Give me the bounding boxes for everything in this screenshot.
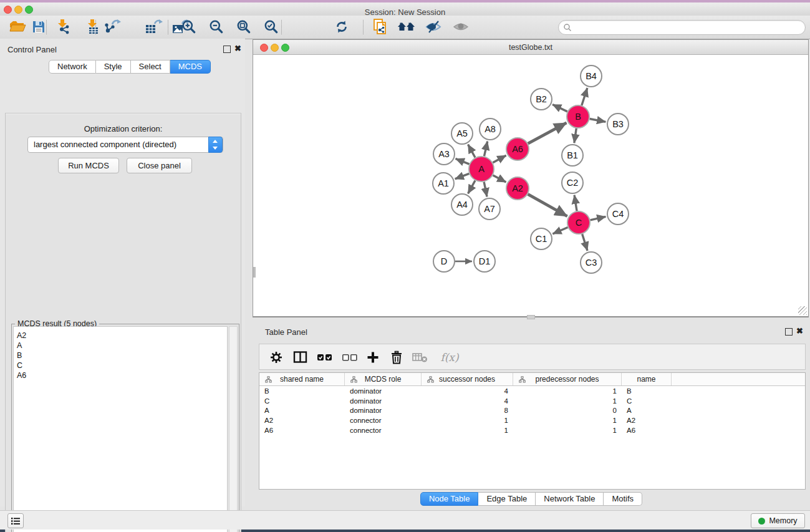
zoom-out-button[interactable] [206, 17, 227, 36]
table-cell[interactable]: A6 [259, 426, 345, 436]
memory-button[interactable]: Memory [751, 513, 805, 528]
tab-network[interactable]: Network [49, 60, 96, 74]
column-header-shared-name[interactable]: shared name [259, 373, 345, 385]
table-cell[interactable]: C [622, 397, 672, 407]
graph-node-B4[interactable]: B4 [581, 65, 602, 87]
graph-edge-A-A7[interactable] [484, 182, 487, 197]
graph-edge-C-C1[interactable] [552, 228, 567, 234]
window-resize-grip[interactable] [798, 306, 807, 315]
select-all-button[interactable] [316, 348, 334, 367]
table-cell[interactable]: 1 [422, 426, 513, 436]
horizontal-scroll-thumb[interactable] [527, 315, 535, 319]
network-canvas[interactable]: B4B2BB3A8A5A6A3B1AA1C2A2A4A7C4CC1C3DD1 [256, 56, 807, 316]
graph-node-A8[interactable]: A8 [480, 118, 501, 140]
float-panel-icon[interactable] [223, 46, 231, 53]
table-cell[interactable]: dominator [345, 406, 422, 416]
mcds-result-item[interactable]: A6 [17, 370, 227, 380]
table-cell[interactable]: A [622, 406, 672, 416]
table-cell[interactable]: 1 [513, 397, 622, 407]
graph-node-C3[interactable]: C3 [581, 252, 602, 273]
search-input[interactable] [575, 22, 802, 33]
zoom-fit-button[interactable] [233, 17, 254, 36]
graph-edge-C-C2[interactable] [574, 195, 577, 211]
graph-node-A5[interactable]: A5 [451, 123, 473, 144]
table-cell[interactable]: C [259, 397, 345, 407]
column-header-successor-nodes[interactable]: successor nodes [422, 373, 513, 385]
table-cell[interactable]: 1 [513, 426, 622, 436]
vertical-scroll-thumb[interactable] [253, 267, 256, 278]
table-cell[interactable]: 1 [513, 387, 622, 397]
mcds-result-item[interactable]: A [17, 341, 227, 351]
graph-node-C4[interactable]: C4 [607, 203, 629, 225]
graph-edge-A-A2[interactable] [493, 175, 506, 182]
export-network-button[interactable] [102, 17, 123, 36]
close-panel-icon[interactable]: ✖ [234, 46, 241, 52]
graph-node-B1[interactable]: B1 [562, 145, 583, 166]
graph-node-A1[interactable]: A1 [433, 173, 454, 194]
column-header-name[interactable]: name [622, 373, 672, 385]
graph-node-A[interactable]: A [469, 157, 494, 181]
table-cell[interactable]: 0 [513, 406, 622, 416]
graph-node-C2[interactable]: C2 [562, 172, 583, 193]
mcds-result-item[interactable]: A2 [17, 331, 227, 341]
graph-edge-A2-C[interactable] [528, 194, 567, 216]
copy-network-button[interactable] [370, 17, 391, 36]
delete-table-button[interactable] [411, 348, 430, 367]
graph-node-D1[interactable]: D1 [474, 251, 495, 272]
import-table-button[interactable] [82, 17, 104, 36]
graph-node-C[interactable]: C [567, 211, 590, 234]
graph-edge-B-B1[interactable] [574, 128, 576, 143]
tab-motifs[interactable]: Motifs [604, 492, 642, 506]
graph-edge-A-A1[interactable] [455, 173, 470, 179]
table-options-button[interactable] [267, 348, 286, 367]
open-session-button[interactable] [7, 17, 28, 36]
table-cell[interactable]: 1 [422, 416, 513, 426]
table-cell[interactable]: 8 [422, 406, 513, 416]
show-columns-button[interactable] [291, 348, 310, 367]
graph-edge-C-C4[interactable] [591, 216, 606, 220]
close-panel-icon[interactable]: ✖ [796, 328, 803, 334]
save-session-button[interactable] [28, 17, 49, 36]
show-graphics-details-button[interactable] [450, 17, 471, 36]
tab-mcds[interactable]: MCDS [170, 60, 211, 74]
graph-node-B2[interactable]: B2 [531, 89, 552, 110]
graph-node-B[interactable]: B [567, 105, 589, 128]
graph-edge-C-C3[interactable] [582, 234, 587, 251]
table-cell[interactable]: connector [345, 416, 422, 426]
delete-column-button[interactable] [387, 348, 406, 367]
graph-node-A4[interactable]: A4 [451, 194, 473, 215]
graph-edge-A6-B[interactable] [528, 123, 567, 143]
table-row[interactable]: A6connector11A6 [259, 426, 805, 436]
table-cell[interactable]: connector [345, 426, 422, 436]
tab-style[interactable]: Style [96, 60, 131, 74]
graph-node-A6[interactable]: A6 [506, 138, 529, 160]
table-row[interactable]: A2connector11A2 [259, 416, 805, 426]
table-cell[interactable]: 4 [422, 387, 513, 397]
table-cell[interactable]: A2 [622, 416, 672, 426]
graph-node-A2[interactable]: A2 [506, 177, 529, 200]
table-row[interactable]: Adominator80A [259, 406, 805, 416]
mcds-result-item[interactable]: B [17, 351, 227, 360]
graph-node-A3[interactable]: A3 [433, 143, 455, 165]
mcds-result-item[interactable]: C [17, 360, 227, 370]
hide-graphics-details-button[interactable] [423, 17, 444, 36]
tab-network-table[interactable]: Network Table [536, 492, 604, 506]
graph-edge-B-B3[interactable] [590, 119, 606, 122]
tab-select[interactable]: Select [131, 60, 170, 74]
float-panel-icon[interactable] [785, 328, 793, 336]
table-cell[interactable]: A [259, 406, 345, 416]
run-mcds-button[interactable]: Run MCDS [58, 158, 119, 173]
zoom-selected-button[interactable] [261, 17, 282, 36]
table-cell[interactable]: 1 [513, 416, 622, 426]
graph-edge-B-B2[interactable] [552, 105, 567, 112]
table-cell[interactable]: 4 [422, 397, 513, 407]
graph-node-D[interactable]: D [433, 251, 455, 272]
graph-edge-B-B4[interactable] [582, 88, 587, 105]
export-table-button[interactable] [143, 17, 164, 36]
graph-node-C1[interactable]: C1 [531, 228, 552, 249]
show-all-networks-button[interactable] [396, 17, 417, 36]
deselect-all-button[interactable] [340, 348, 359, 367]
mcds-result-scrollbar[interactable] [229, 326, 238, 532]
table-cell[interactable]: A2 [259, 416, 345, 426]
table-cell[interactable]: B [259, 387, 345, 397]
